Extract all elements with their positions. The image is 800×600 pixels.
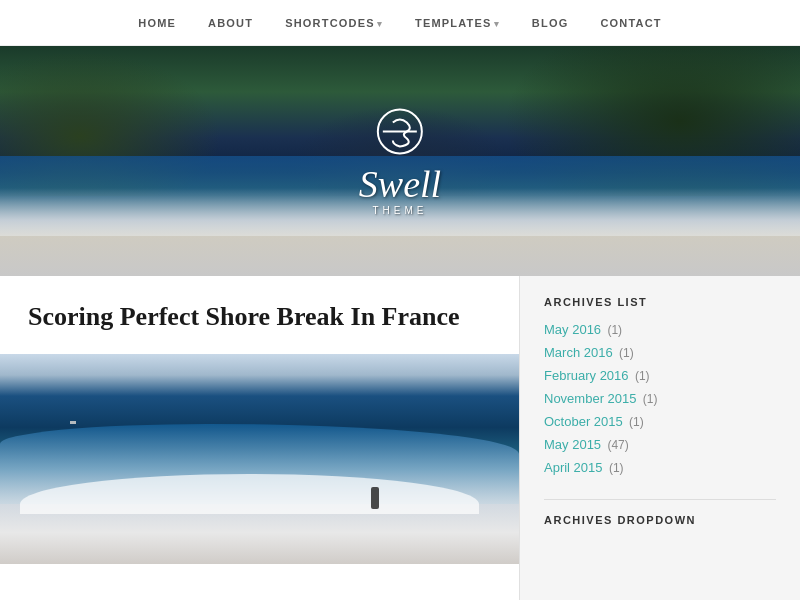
nav-item-blog[interactable]: BLOG bbox=[532, 17, 569, 29]
archive-count: (1) bbox=[604, 323, 622, 337]
post-title-block: Scoring Perfect Shore Break In France bbox=[0, 276, 519, 354]
logo-icon bbox=[375, 107, 425, 157]
post-title: Scoring Perfect Shore Break In France bbox=[28, 300, 491, 334]
nav-item-about[interactable]: ABOUT bbox=[208, 17, 253, 29]
archive-count: (1) bbox=[606, 461, 624, 475]
archive-list-item: March 2016 (1) bbox=[544, 345, 776, 360]
archive-link-0[interactable]: May 2016 bbox=[544, 322, 601, 337]
archive-list-item: February 2016 (1) bbox=[544, 368, 776, 383]
archive-count: (47) bbox=[604, 438, 629, 452]
archive-list-item: May 2015 (47) bbox=[544, 437, 776, 452]
nav-item-contact[interactable]: CONTACT bbox=[600, 17, 661, 29]
archive-link-6[interactable]: April 2015 bbox=[544, 460, 603, 475]
templates-arrow-icon: ▾ bbox=[494, 19, 500, 29]
site-tagline: THEME bbox=[359, 205, 441, 216]
shortcodes-arrow-icon: ▾ bbox=[377, 19, 383, 29]
main-nav: HOMEABOUTSHORTCODES▾TEMPLATES▾BLOGCONTAC… bbox=[0, 0, 800, 46]
archives-list-title: ARCHIVES LIST bbox=[544, 296, 776, 308]
site-name: Swell bbox=[359, 165, 441, 203]
hero-section: Swell THEME bbox=[0, 46, 800, 276]
post-featured-image bbox=[0, 354, 519, 564]
site-logo: Swell THEME bbox=[359, 107, 441, 216]
archive-link-5[interactable]: May 2015 bbox=[544, 437, 601, 452]
archive-list-item: November 2015 (1) bbox=[544, 391, 776, 406]
surfer-decoration bbox=[371, 487, 379, 509]
archive-count: (1) bbox=[616, 346, 634, 360]
nav-item-templates[interactable]: TEMPLATES▾ bbox=[415, 17, 500, 29]
main-layout: Scoring Perfect Shore Break In France AR… bbox=[0, 276, 800, 600]
archive-list-item: April 2015 (1) bbox=[544, 460, 776, 475]
archive-count: (1) bbox=[640, 392, 658, 406]
archive-link-1[interactable]: March 2016 bbox=[544, 345, 613, 360]
nav-item-home[interactable]: HOME bbox=[138, 17, 176, 29]
archive-link-4[interactable]: October 2015 bbox=[544, 414, 623, 429]
archives-dropdown-title: ARCHIVES DROPDOWN bbox=[544, 514, 776, 526]
archive-link-2[interactable]: February 2016 bbox=[544, 368, 629, 383]
content-area: Scoring Perfect Shore Break In France bbox=[0, 276, 520, 600]
archive-list-item: October 2015 (1) bbox=[544, 414, 776, 429]
archive-count: (1) bbox=[632, 369, 650, 383]
archive-count: (1) bbox=[626, 415, 644, 429]
archives-list: May 2016 (1)March 2016 (1)February 2016 … bbox=[544, 322, 776, 475]
nav-item-shortcodes[interactable]: SHORTCODES▾ bbox=[285, 17, 383, 29]
boat-decoration bbox=[70, 416, 76, 424]
archive-link-3[interactable]: November 2015 bbox=[544, 391, 637, 406]
sidebar: ARCHIVES LIST May 2016 (1)March 2016 (1)… bbox=[520, 276, 800, 600]
archive-list-item: May 2016 (1) bbox=[544, 322, 776, 337]
sidebar-divider bbox=[544, 499, 776, 500]
